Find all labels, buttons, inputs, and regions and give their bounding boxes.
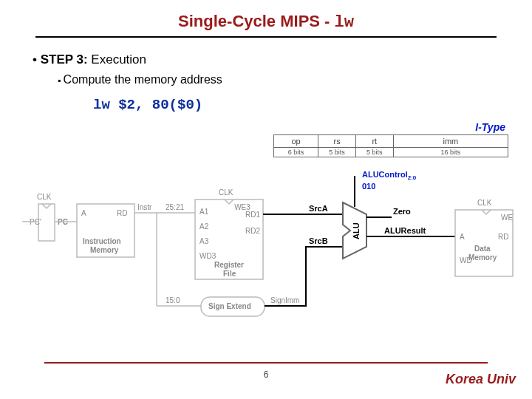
dmem-l1: Data [474,245,491,253]
rf-rd1: RD1 [245,211,260,219]
clk-pc: CLK [37,193,52,201]
imem-l2: Memory [90,246,119,254]
slice-25-21: 25:21 [166,203,184,211]
srcA-label: SrcA [309,204,328,213]
signext-label: Sign Extend [208,302,251,310]
slice-15-0: 15:0 [166,296,180,304]
rf-a2: A2 [200,222,209,231]
imem-rd: RD [117,209,127,217]
subpoint: Compute the memory address [58,73,532,86]
itype-field-rs: rs [318,135,356,148]
datapath-diagram: PC' PC CLK A RD Instruction Memory Instr… [15,171,517,341]
itype-field-op: op [274,135,318,148]
itype-fields-row: op rs rt imm [274,135,508,148]
title-prefix: Single-Cycle MIPS - [178,12,335,30]
rf-rd2: RD2 [245,227,260,235]
rf-l2: File [223,270,236,278]
clk-rf: CLK [219,188,233,197]
step-name: Execution [91,52,146,66]
itype-format: I-Type op rs rt imm 6 bits 5 bits 5 bits… [273,124,508,157]
alu-name: ALU [352,222,361,239]
itype-bits-rt: 5 bits [355,148,393,157]
itype-bits-row: 6 bits 5 bits 5 bits 16 bits [274,148,508,157]
aluctl-value: 010 [362,182,375,191]
clk-dmem: CLK [477,199,492,207]
itype-bits-imm: 16 bits [393,148,508,157]
zero-label: Zero [393,207,411,216]
rf-a1: A1 [200,208,209,216]
instruction-code: lw $2, 80($0) [93,97,532,113]
svg-text:File: File [223,270,236,278]
step-label: STEP 3: [41,52,88,66]
rf-a3: A3 [200,237,209,245]
aluctl-label: ALUControl2:0 [362,171,417,181]
svg-text:Memory: Memory [468,253,497,262]
title-divider [35,36,497,38]
srcB-label: SrcB [309,236,328,245]
instr-label: Instr [137,203,152,211]
dmem-l2: Memory [468,253,497,262]
itype-field-rt: rt [355,135,393,148]
itype-label: I-Type [475,121,505,133]
footer-logo: Korea Univ [446,372,516,387]
dmem-a: A [460,233,465,241]
svg-text:Data: Data [474,245,491,253]
imem-l1: Instruction [83,237,121,245]
dmem-we: WE [501,214,513,222]
itype-bits-rs: 5 bits [318,148,356,157]
itype-bits-op: 6 bits [274,148,318,157]
dmem-rd: RD [498,233,508,241]
signimm-label: SignImm [270,296,299,304]
aluresult-label: ALUResult [384,226,426,235]
content-area: STEP 3: Execution Compute the memory add… [33,52,532,113]
svg-text:Instruction: Instruction [83,237,121,245]
itype-field-imm: imm [393,135,508,148]
itype-fields-table: op rs rt imm 6 bits 5 bits 5 bits 16 bit… [273,134,508,157]
svg-text:Register: Register [214,261,244,269]
title-code: lw [335,13,354,32]
svg-text:Memory: Memory [90,246,119,254]
step-bullet: STEP 3: Execution [33,52,532,67]
rf-l1: Register [214,261,244,269]
rf-wd3: WD3 [200,252,216,260]
slide-title: Single-Cycle MIPS - lw [0,12,532,32]
footer-divider [44,362,488,364]
imem-a: A [81,209,86,217]
